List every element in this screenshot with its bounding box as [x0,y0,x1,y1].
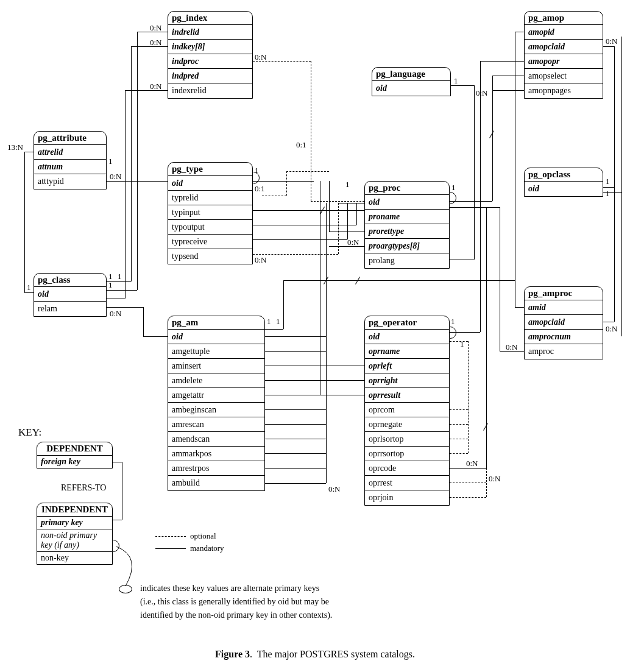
legend-mandatory-line [155,548,186,549]
conn [24,292,34,293]
card-label: 1 [606,177,610,186]
conn [486,207,487,468]
conn [137,32,138,290]
slash [483,423,488,431]
title-pg-opclass: pg_opclass [525,168,603,182]
entity-pg-opclass: pg_opclass oid [524,168,603,197]
card-label: 1 [267,317,271,327]
entity-pg-index: pg_index indrelid indkey[8] indproc indp… [168,11,253,99]
conn [474,85,475,260]
attr-typinput: typinput [168,205,252,220]
conn [603,46,614,47]
conn-opt [450,424,468,425]
conn-opt [450,409,468,410]
caption-text: The major POSTGRES system catalogs. [257,649,415,659]
conn [320,181,320,395]
conn-opt [450,439,468,439]
conn-opt [450,341,468,342]
card-label: 1 [345,180,350,189]
attr-amdelete: amdelete [168,373,264,388]
attr-oprlsortop: oprlsortop [365,432,449,447]
card-label: 1 [27,283,31,292]
conn [265,409,326,410]
card-label: 0:N [489,474,501,484]
attr-prolang: prolang [365,253,449,268]
key-ind-pk: primary key [37,517,112,529]
attr-oprleft: oprleft [365,359,449,373]
entity-pg-amop: pg_amop amopid amopclaid amopopr amopsel… [524,11,603,99]
conn [492,90,524,91]
card-label: 0:N [347,238,359,247]
conn [143,336,168,337]
entity-pg-class: pg_class oid relam [34,273,107,317]
title-pg-language: pg_language [372,68,450,81]
conn [515,32,515,307]
attr-ambuild: ambuild [168,476,264,490]
conn-opt [253,254,338,255]
attr-op-oid: oid [365,330,449,344]
key-independent: INDEPENDENT primary key non-oid primary … [37,503,113,565]
card-label: 1 [451,183,456,193]
key-dependent: DEPENDENT foreign key [37,442,113,469]
conn [265,366,326,366]
attr-amrestrpos: amrestrpos [168,461,264,476]
conn [107,281,131,282]
card-label: 1 [276,317,280,327]
attr-proargtypes: proargtypes[8] [365,239,449,253]
conn [265,395,326,395]
card-label: 0:N [150,23,162,33]
card-label: 0:N [110,309,122,319]
card-label: 0:N [150,82,162,91]
arc-icon [115,545,145,587]
conn [356,203,357,225]
conn [338,203,364,203]
attr-amopclaid: amopclaid [525,40,603,54]
conn [125,90,126,299]
conn-opt [450,497,486,498]
attr-amopopr: amopopr [525,54,603,69]
card-label: 0:N [255,255,267,265]
key-note1: indicates these key values are alternate… [140,584,319,593]
conn [320,366,364,366]
conn [450,201,492,202]
conn [450,207,500,208]
conn [253,239,347,240]
attr-amendscan: amendscan [168,432,264,447]
conn-opt [286,171,287,196]
attr-attrelid: attrelid [34,145,106,160]
conn [492,76,493,201]
attr-class-oid: oid [34,287,106,302]
conn [320,380,364,381]
attr-amopclaid2: amopclaid [525,315,603,330]
card-label: 0:1 [255,184,265,194]
slash [489,130,494,138]
attr-oprcom: oprcom [365,403,449,417]
attr-ambeginscan: ambeginscan [168,403,264,417]
key-dep-title: DEPENDENT [37,442,112,456]
card-label: 0:N [466,459,478,469]
attr-lang-oid: oid [372,81,450,96]
attr-amgettuple: amgettuple [168,344,264,359]
key-refersto: REFERS-TO [61,483,106,493]
attr-relam: relam [34,302,106,316]
attr-amgetattr: amgetattr [168,388,264,403]
title-pg-index: pg_index [168,12,252,25]
conn-opt [450,453,468,454]
title-pg-proc: pg_proc [365,182,449,195]
entity-pg-type: pg_type oid typrelid typinput typoutput … [168,162,253,264]
title-pg-am: pg_am [168,316,264,330]
conn [621,37,622,336]
attr-am-oid: oid [168,330,264,344]
attr-oprjoin: oprjoin [365,490,449,505]
card-label: 0:N [606,324,618,334]
entity-pg-amproc: pg_amproc amid amopclaid amprocnum ampro… [524,286,603,359]
card-label: 1 [118,272,122,281]
attr-indproc: indproc [168,54,252,69]
key-note2: (i.e., this class is generally identifie… [140,597,329,607]
attr-opclass-oid: oid [525,182,603,196]
card-label: 1 [108,272,113,281]
conn [131,46,168,47]
conn [614,46,615,322]
attr-proc-oid: oid [365,195,449,210]
attr-prorettype: prorettype [365,224,449,239]
